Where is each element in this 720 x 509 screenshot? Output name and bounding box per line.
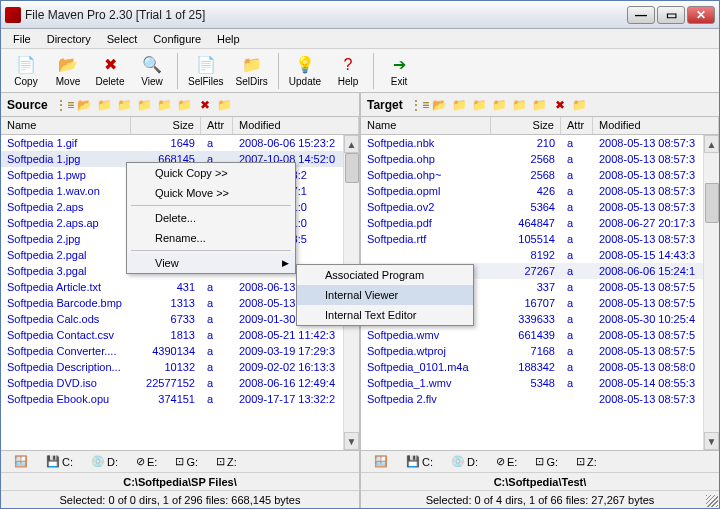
scroll-down[interactable]: ▼ [704,432,719,450]
selfiles-button[interactable]: 📄SelFiles [184,53,228,89]
col-size[interactable]: Size [131,117,201,134]
source-up-icon[interactable]: 📂 [76,97,94,113]
file-row[interactable]: Softpedia.nbk210a2008-05-13 08:57:3 [361,135,719,151]
col-attr[interactable]: Attr [201,117,233,134]
file-row[interactable]: Softpedia.rtf105514a2008-05-13 08:57:3 [361,231,719,247]
file-row[interactable]: Softpedia 2.flv2008-05-13 08:57:3 [361,391,719,407]
cell-mod: 2008-06-27 20:17:3 [593,217,719,229]
source-f5-icon[interactable]: 📁 [176,97,194,113]
source-f2-icon[interactable]: 📁 [116,97,134,113]
source-f1-icon[interactable]: 📁 [96,97,114,113]
file-row[interactable]: 8192a2008-05-15 14:43:3 [361,247,719,263]
target-drive-D-icon: 💿 [451,455,465,468]
source-drive-D[interactable]: 💿D: [84,453,125,470]
maximize-button[interactable]: ▭ [657,6,685,24]
delete-button[interactable]: ✖Delete [91,53,129,89]
scroll-thumb[interactable] [705,183,719,223]
target-drive-Z[interactable]: ⊡Z: [569,453,604,470]
col-modified[interactable]: Modified [233,117,359,134]
col-name[interactable]: Name [361,117,491,134]
target-f6-icon[interactable]: 📁 [571,97,589,113]
cell-size: 2568 [491,153,561,165]
target-drivebar: 🪟💾C:💿D:⊘E:⊡G:⊡Z: [361,450,719,472]
minimize-button[interactable]: — [627,6,655,24]
int-text-editor[interactable]: Internal Text Editor [297,305,473,325]
file-row[interactable]: Softpedia_1.wmv5348a2008-05-14 08:55:3 [361,375,719,391]
source-drive-windows-icon[interactable]: 🪟 [7,453,35,470]
target-up-icon[interactable]: 📂 [431,97,449,113]
file-row[interactable]: Softpedia.ohp~2568a2008-05-13 08:57:3 [361,167,719,183]
file-row[interactable]: Softpedia Ebook.opu374151a2009-17-17 13:… [1,391,359,407]
scroll-thumb[interactable] [345,153,359,183]
file-row[interactable]: Softpedia.opml426a2008-05-13 08:57:3 [361,183,719,199]
file-row[interactable]: Softpedia Description...10132a2009-02-02… [1,359,359,375]
menu-file[interactable]: File [5,31,39,47]
cell-attr: a [561,345,593,357]
update-button[interactable]: 💡Update [285,53,325,89]
target-drive-G[interactable]: ⊡G: [528,453,565,470]
scroll-up[interactable]: ▲ [344,135,359,153]
file-row[interactable]: Softpedia DVD.iso22577152a2008-06-16 12:… [1,375,359,391]
menu-select[interactable]: Select [99,31,146,47]
source-f6-icon[interactable]: 📁 [216,97,234,113]
close-button[interactable]: ✕ [687,6,715,24]
file-row[interactable]: Softpedia.pdf464847a2008-06-27 20:17:3 [361,215,719,231]
menu-configure[interactable]: Configure [145,31,209,47]
source-del-icon[interactable]: ✖ [196,97,214,113]
target-f1-icon[interactable]: 📁 [451,97,469,113]
file-row[interactable]: Softpedia.wmv661439a2008-05-13 08:57:5 [361,327,719,343]
file-row[interactable]: Softpedia.ov25364a2008-05-13 08:57:3 [361,199,719,215]
view-button[interactable]: 🔍View [133,53,171,89]
target-f2-icon[interactable]: 📁 [471,97,489,113]
target-drive-C[interactable]: 💾C: [399,453,440,470]
target-f4-icon[interactable]: 📁 [511,97,529,113]
ctx-rename[interactable]: Rename... [127,228,295,248]
file-row[interactable]: Softpedia 1.gif1649a2008-06-06 15:23:2 [1,135,359,151]
target-scrollbar[interactable]: ▲ ▼ [703,135,719,450]
target-drive-E[interactable]: ⊘E: [489,453,524,470]
source-drive-Z[interactable]: ⊡Z: [209,453,244,470]
target-tree-icon[interactable]: ⋮≡ [411,97,429,113]
target-title: Target [367,98,403,112]
source-drive-E[interactable]: ⊘E: [129,453,164,470]
int-viewer[interactable]: Internal Viewer [297,285,473,305]
cell-name: Softpedia.pdf [361,217,491,229]
source-drive-C[interactable]: 💾C: [39,453,80,470]
target-drive-windows-icon[interactable]: 🪟 [367,453,395,470]
seldirs-button[interactable]: 📁SelDirs [232,53,272,89]
target-drive-E-icon: ⊘ [496,455,505,468]
ctx-view[interactable]: View [127,253,295,273]
scroll-up[interactable]: ▲ [704,135,719,153]
resize-grip[interactable] [706,495,718,507]
ctx-delete[interactable]: Delete... [127,208,295,228]
file-row[interactable]: Softpedia_0101.m4a188342a2008-05-13 08:5… [361,359,719,375]
cell-size: 6733 [131,313,201,325]
quick-move[interactable]: Quick Move >> [127,183,295,203]
col-attr[interactable]: Attr [561,117,593,134]
file-row[interactable]: Softpedia Converter....4390134a2009-03-1… [1,343,359,359]
quick-copy[interactable]: Quick Copy >> [127,163,295,183]
assoc-prog[interactable]: Associated Program [297,265,473,285]
file-row[interactable]: Softpedia Contact.csv1813a2008-05-21 11:… [1,327,359,343]
source-tree-icon[interactable]: ⋮≡ [56,97,74,113]
file-row[interactable]: Softpedia.wtproj7168a2008-05-13 08:57:5 [361,343,719,359]
help-button[interactable]: ?Help [329,53,367,89]
col-name[interactable]: Name [1,117,131,134]
move-button[interactable]: 📂Move [49,53,87,89]
scroll-down[interactable]: ▼ [344,432,359,450]
target-f5-icon[interactable]: 📁 [531,97,549,113]
menu-directory[interactable]: Directory [39,31,99,47]
source-drive-G[interactable]: ⊡G: [168,453,205,470]
col-modified[interactable]: Modified [593,117,719,134]
source-f3-icon[interactable]: 📁 [136,97,154,113]
source-f4-icon[interactable]: 📁 [156,97,174,113]
target-f3-icon[interactable]: 📁 [491,97,509,113]
col-size[interactable]: Size [491,117,561,134]
target-del-icon[interactable]: ✖ [551,97,569,113]
copy-button[interactable]: 📄Copy [7,53,45,89]
context-submenu-view: Associated ProgramInternal ViewerInterna… [296,264,474,326]
menu-help[interactable]: Help [209,31,248,47]
target-drive-D[interactable]: 💿D: [444,453,485,470]
exit-button[interactable]: ➔Exit [380,53,418,89]
file-row[interactable]: Softpedia.ohp2568a2008-05-13 08:57:3 [361,151,719,167]
